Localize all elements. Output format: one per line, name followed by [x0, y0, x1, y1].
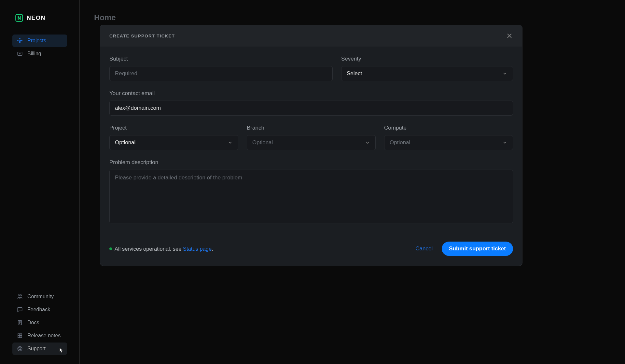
severity-selected: Select: [347, 70, 362, 77]
email-input[interactable]: [109, 101, 513, 116]
compute-label: Compute: [384, 125, 513, 131]
release-notes-icon: [17, 333, 23, 339]
chevron-down-icon: [365, 140, 370, 145]
svg-rect-10: [18, 334, 20, 335]
svg-point-3: [20, 42, 20, 43]
severity-select[interactable]: Select: [341, 66, 513, 81]
feedback-icon: [17, 307, 23, 313]
svg-point-7: [18, 295, 20, 296]
project-label: Project: [109, 125, 238, 131]
subject-label: Subject: [109, 56, 333, 62]
status-line: All services operational, see Status pag…: [109, 246, 213, 252]
sidebar-item-label: Support: [27, 346, 46, 352]
sidebar-item-support[interactable]: Support: [12, 343, 67, 355]
cancel-button[interactable]: Cancel: [415, 245, 433, 252]
svg-rect-13: [20, 336, 22, 338]
status-page-link[interactable]: Status page: [183, 246, 212, 252]
chevron-down-icon: [502, 140, 507, 145]
svg-point-8: [20, 295, 22, 296]
page-title: Home: [93, 13, 612, 22]
branch-select[interactable]: Optional: [247, 135, 376, 150]
sidebar: NEON Projects Billing Community Feedback…: [0, 0, 80, 364]
subject-input[interactable]: [109, 66, 333, 81]
svg-point-2: [20, 38, 20, 39]
severity-label: Severity: [341, 56, 513, 62]
close-icon[interactable]: [506, 32, 513, 39]
sidebar-item-label: Docs: [27, 320, 39, 326]
chevron-down-icon: [228, 140, 233, 145]
create-ticket-modal: CREATE SUPPORT TICKET Subject Severity S…: [100, 25, 522, 266]
status-dot-icon: [109, 247, 112, 250]
brand-name: NEON: [27, 15, 46, 21]
svg-point-5: [21, 40, 22, 41]
modal-footer: All services operational, see Status pag…: [100, 235, 522, 266]
main-content: Home CREATE SUPPORT TICKET Subject Sever…: [80, 0, 625, 364]
branch-selected: Optional: [252, 139, 273, 146]
sidebar-item-label: Projects: [27, 38, 46, 44]
svg-point-4: [18, 40, 18, 41]
modal-title: CREATE SUPPORT TICKET: [109, 34, 175, 38]
chevron-down-icon: [502, 71, 507, 76]
brand-block[interactable]: NEON: [6, 9, 74, 35]
sidebar-item-projects[interactable]: Projects: [12, 35, 67, 47]
project-selected: Optional: [115, 139, 135, 146]
project-select[interactable]: Optional: [109, 135, 238, 150]
sidebar-item-label: Billing: [27, 51, 41, 57]
cursor-icon: [59, 347, 64, 354]
neon-logo-icon: [15, 14, 23, 22]
sidebar-item-label: Release notes: [27, 333, 61, 339]
branch-label: Branch: [247, 125, 376, 131]
sidebar-item-billing[interactable]: Billing: [12, 48, 67, 60]
sidebar-item-community[interactable]: Community: [12, 290, 67, 303]
sidebar-item-release-notes[interactable]: Release notes: [12, 329, 67, 342]
submit-button[interactable]: Submit support ticket: [442, 242, 513, 256]
svg-point-1: [19, 40, 21, 42]
description-label: Problem description: [109, 159, 513, 166]
svg-point-15: [19, 348, 21, 350]
projects-icon: [17, 38, 23, 44]
sidebar-item-docs[interactable]: Docs: [12, 316, 67, 329]
sidebar-item-feedback[interactable]: Feedback: [12, 303, 67, 316]
compute-select[interactable]: Optional: [384, 135, 513, 150]
community-icon: [17, 294, 23, 300]
modal-header: CREATE SUPPORT TICKET: [100, 25, 522, 47]
email-label: Your contact email: [109, 90, 513, 97]
sidebar-item-label: Feedback: [27, 307, 50, 313]
svg-rect-11: [20, 334, 22, 335]
sidebar-item-label: Community: [27, 294, 54, 300]
svg-rect-12: [18, 336, 20, 338]
compute-selected: Optional: [390, 139, 410, 146]
status-text: All services operational, see: [115, 246, 183, 252]
support-icon: [17, 346, 23, 352]
docs-icon: [17, 320, 23, 326]
description-textarea[interactable]: [109, 170, 513, 223]
billing-icon: [17, 51, 23, 57]
status-text-tail: .: [212, 246, 213, 252]
